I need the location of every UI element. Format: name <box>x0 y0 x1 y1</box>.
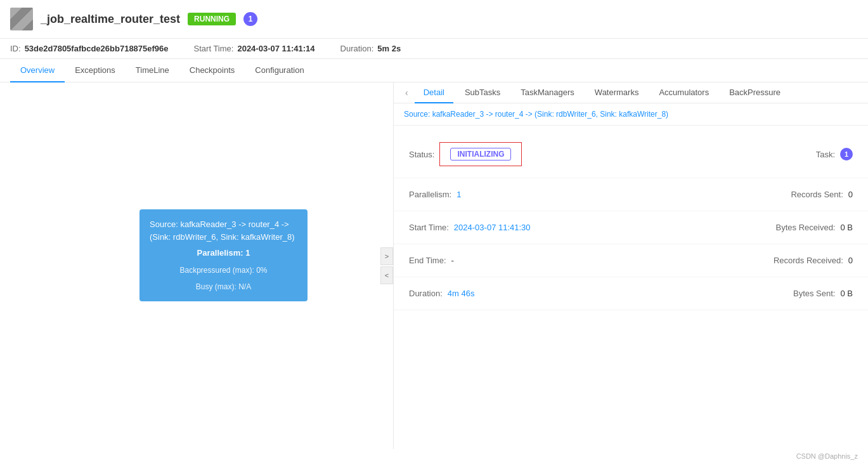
node-parallelism: Parallelism: 1 <box>150 247 297 259</box>
graph-panel: Source: kafkaReader_3 -> router_4 -> (Si… <box>0 82 393 449</box>
detail-row-duration: Duration: 4m 46s Bytes Sent: 0 B <box>394 277 868 310</box>
duration-item: Duration: 5m 2s <box>340 44 401 53</box>
detail-tab-backpressure[interactable]: BackPressure <box>720 82 789 103</box>
id-value: 53de2d7805fafbcde26bb718875ef96e <box>25 44 169 53</box>
meta-bar: ID: 53de2d7805fafbcde26bb718875ef96e Sta… <box>0 39 868 59</box>
detail-tab-subtasks[interactable]: SubTasks <box>456 82 509 103</box>
detail-row-status: Status: INITIALIZING Task: 1 <box>394 131 868 178</box>
detail-tab-taskmanagers[interactable]: TaskManagers <box>512 82 583 103</box>
detail-start-time-value: 2024-03-07 11:41:30 <box>454 223 531 232</box>
detail-grid: Status: INITIALIZING Task: 1 Parallelism… <box>394 126 868 315</box>
bytes-received-cell: Bytes Received: 0 B <box>633 223 853 232</box>
graph-canvas: Source: kafkaReader_3 -> router_4 -> (Si… <box>0 82 393 449</box>
status-cell: Status: INITIALIZING <box>409 142 628 166</box>
duration-label: Duration: <box>340 44 374 53</box>
parallelism-key: Parallelism: <box>409 190 451 199</box>
id-label: ID: <box>10 44 21 53</box>
expand-button[interactable]: > <box>380 247 393 265</box>
bytes-received-value: 0 B <box>840 223 853 232</box>
detail-tabs: ‹ Detail SubTasks TaskManagers Watermark… <box>394 82 868 103</box>
detail-tab-detail[interactable]: Detail <box>415 82 453 103</box>
duration-value: 5m 2s <box>377 44 401 53</box>
records-received-key: Records Received: <box>774 256 843 265</box>
status-badge: INITIALIZING <box>450 148 511 160</box>
detail-duration-cell: Duration: 4m 46s <box>409 289 628 298</box>
records-received-cell: Records Received: 0 <box>633 256 853 265</box>
end-time-key: End Time: <box>409 256 446 265</box>
detail-duration-key: Duration: <box>409 289 443 298</box>
job-header: _job_realtime_router_test RUNNING 1 <box>0 0 868 39</box>
start-time-item: Start Time: 2024-03-07 11:41:14 <box>194 44 315 53</box>
job-id-item: ID: 53de2d7805fafbcde26bb718875ef96e <box>10 44 169 53</box>
status-box: INITIALIZING <box>439 142 522 166</box>
end-time-cell: End Time: - <box>409 256 628 265</box>
avatar <box>10 8 33 30</box>
running-badge: RUNNING <box>188 13 236 25</box>
parallelism-value: 1 <box>457 190 461 199</box>
start-time-value: 2024-03-07 11:41:14 <box>237 44 314 53</box>
records-sent-key: Records Sent: <box>791 190 843 199</box>
tab-checkpoints[interactable]: Checkpoints <box>179 59 245 82</box>
node-backpressure: Backpressured (max): 0% <box>150 265 297 276</box>
node-box[interactable]: Source: kafkaReader_3 -> router_4 -> (Si… <box>139 209 308 301</box>
detail-duration-value: 4m 46s <box>448 289 475 298</box>
detail-row-endtime: End Time: - Records Received: 0 <box>394 244 868 277</box>
start-time-cell: Start Time: 2024-03-07 11:41:30 <box>409 223 628 232</box>
bytes-received-key: Bytes Received: <box>776 223 836 232</box>
detail-start-time-key: Start Time: <box>409 223 449 232</box>
records-sent-value: 0 <box>848 190 853 199</box>
tab-configuration[interactable]: Configuration <box>245 59 314 82</box>
main-content: Source: kafkaReader_3 -> router_4 -> (Si… <box>0 82 868 449</box>
parallelism-cell: Parallelism: 1 <box>409 190 628 199</box>
panel-toggle: > < <box>380 247 393 284</box>
detail-row-starttime: Start Time: 2024-03-07 11:41:30 Bytes Re… <box>394 211 868 244</box>
job-name: _job_realtime_router_test <box>41 13 180 26</box>
tab-overview[interactable]: Overview <box>10 59 65 82</box>
detail-tab-accumulators[interactable]: Accumulators <box>650 82 718 103</box>
detail-breadcrumb[interactable]: Source: kafkaReader_3 -> router_4 -> (Si… <box>394 103 868 126</box>
tab-timeline[interactable]: TimeLine <box>126 59 179 82</box>
end-time-value: - <box>451 256 454 265</box>
bytes-sent-cell: Bytes Sent: 0 B <box>633 289 853 298</box>
bytes-sent-value: 0 B <box>840 289 853 298</box>
tab-exceptions[interactable]: Exceptions <box>65 59 126 82</box>
collapse-button[interactable]: < <box>380 266 393 284</box>
start-time-label: Start Time: <box>194 44 234 53</box>
task-cell: Task: 1 <box>633 142 853 166</box>
node-busy: Busy (max): N/A <box>150 281 297 292</box>
records-received-value: 0 <box>848 256 853 265</box>
task-num-badge: 1 <box>840 148 853 160</box>
status-key: Status: <box>409 150 434 159</box>
detail-row-parallelism: Parallelism: 1 Records Sent: 0 <box>394 178 868 211</box>
main-tabs: Overview Exceptions TimeLine Checkpoints… <box>0 59 868 82</box>
records-sent-cell: Records Sent: 0 <box>633 190 853 199</box>
detail-panel: ‹ Detail SubTasks TaskManagers Watermark… <box>393 82 868 449</box>
bytes-sent-key: Bytes Sent: <box>793 289 835 298</box>
task-count-badge: 1 <box>243 12 257 26</box>
detail-back-button[interactable]: ‹ <box>401 82 412 103</box>
detail-tab-watermarks[interactable]: Watermarks <box>586 82 648 103</box>
node-title: Source: kafkaReader_3 -> router_4 -> (Si… <box>150 218 297 243</box>
task-key: Task: <box>816 150 835 159</box>
